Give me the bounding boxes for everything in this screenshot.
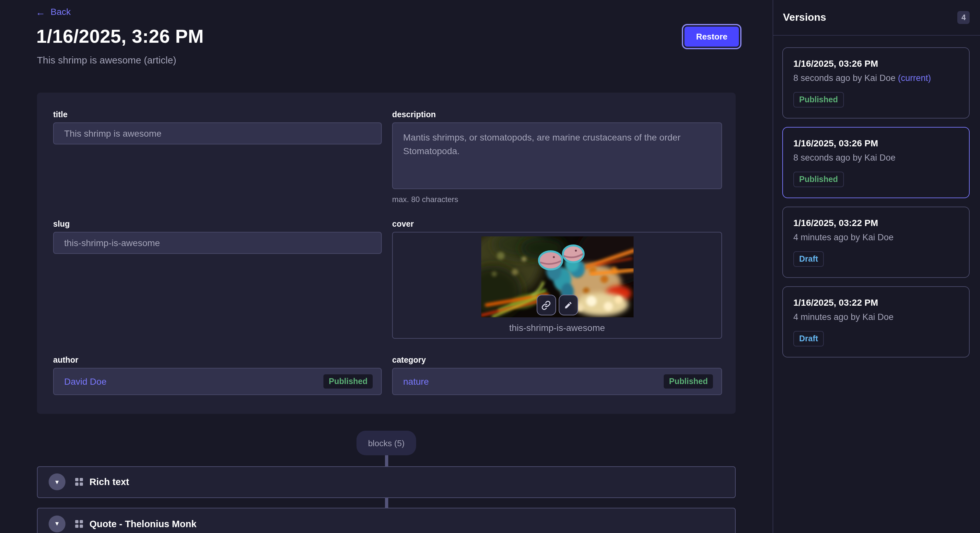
back-label: Back [51,6,71,17]
field-title: title [53,110,382,144]
author-label: author [53,355,382,365]
category-label: category [392,355,722,365]
field-slug: slug [53,219,382,254]
drag-handle-icon[interactable] [75,520,83,528]
link-icon [541,300,551,310]
version-list: 1/16/2025, 03:26 PM8 seconds ago by Kai … [773,36,980,357]
version-card[interactable]: 1/16/2025, 03:26 PM8 seconds ago by Kai … [782,127,970,198]
cover-box: this-shrimp-is-awesome [392,232,722,339]
page-title: 1/16/2025, 3:26 PM [36,26,204,47]
version-card[interactable]: 1/16/2025, 03:26 PM8 seconds ago by Kai … [782,47,970,119]
version-card[interactable]: 1/16/2025, 03:22 PM4 minutes ago by Kai … [782,286,970,357]
status-badge: Published [793,92,843,108]
chevron-down-icon: ▼ [54,521,60,527]
versions-sidebar: Versions 4 1/16/2025, 03:26 PM8 seconds … [773,0,980,533]
restore-button[interactable]: Restore [684,27,739,47]
category-relation-box: nature Published [392,368,722,395]
version-meta: 8 seconds ago by Kai Doe (current) [793,73,959,83]
versions-header: Versions 4 [773,0,980,36]
connector-line [385,498,388,508]
version-form-card: title description Mantis shrimps, or sto… [37,93,736,414]
status-badge: Draft [793,251,824,267]
drag-handle-icon[interactable] [75,478,83,486]
field-cover: cover [392,219,722,339]
version-date: 1/16/2025, 03:22 PM [793,217,959,228]
field-description: description Mantis shrimps, or stomatopo… [392,110,722,204]
title-input[interactable] [53,122,382,144]
status-badge: Draft [793,331,824,346]
cover-label: cover [392,219,722,228]
cover-caption: this-shrimp-is-awesome [393,322,721,333]
expand-toggle-button[interactable]: ▼ [49,515,65,532]
description-label: description [392,110,722,119]
author-relation-link[interactable]: David Doe [64,376,107,387]
connector-line [385,455,388,466]
version-date: 1/16/2025, 03:22 PM [793,297,959,308]
version-meta: 4 minutes ago by Kai Doe [793,312,959,322]
versions-count-badge: 4 [958,11,970,24]
version-meta: 8 seconds ago by Kai Doe [793,153,959,163]
version-card[interactable]: 1/16/2025, 03:22 PM4 minutes ago by Kai … [782,206,970,278]
block-label: Rich text [89,477,129,487]
page-subtitle: This shrimp is awesome (article) [37,54,176,65]
restore-button-focus-ring: Restore [682,24,742,49]
versions-title: Versions [783,12,826,23]
author-relation-box: David Doe Published [53,368,382,395]
status-badge: Published [663,374,714,389]
edit-asset-button[interactable] [558,295,578,316]
block-item: ▼Rich text [37,466,736,498]
current-label: (current) [898,73,931,83]
copy-link-button[interactable] [536,295,556,316]
slug-label: slug [53,219,382,228]
version-date: 1/16/2025, 03:26 PM [793,58,959,69]
main-content: ← Back 1/16/2025, 3:26 PM This shrimp is… [0,0,773,533]
blocks-list: ▼Rich text▼Quote - Thelonius Monk [37,455,736,533]
version-meta: 4 minutes ago by Kai Doe [793,233,959,242]
app-root: ← Back 1/16/2025, 3:26 PM This shrimp is… [0,0,980,533]
field-author: author David Doe Published [53,355,382,395]
description-textarea[interactable]: Mantis shrimps, or stomatopods, are mari… [392,122,722,189]
block-label: Quote - Thelonius Monk [89,519,196,529]
pencil-icon [563,300,573,309]
blocks-section: blocks (5) ▼Rich text▼Quote - Thelonius … [37,431,736,533]
status-badge: Published [793,171,843,187]
status-badge: Published [323,374,373,389]
chevron-down-icon: ▼ [54,479,60,485]
field-category: category nature Published [392,355,722,395]
cover-actions [536,295,578,316]
version-date: 1/16/2025, 03:26 PM [793,138,959,148]
back-link[interactable]: ← Back [36,6,71,17]
title-label: title [53,110,382,119]
slug-input[interactable] [53,232,382,254]
block-item: ▼Quote - Thelonius Monk [37,508,736,533]
back-arrow-icon: ← [36,7,45,16]
category-relation-link[interactable]: nature [403,376,429,387]
description-hint: max. 80 characters [392,195,722,204]
expand-toggle-button[interactable]: ▼ [49,473,65,490]
blocks-count-pill: blocks (5) [356,431,416,455]
